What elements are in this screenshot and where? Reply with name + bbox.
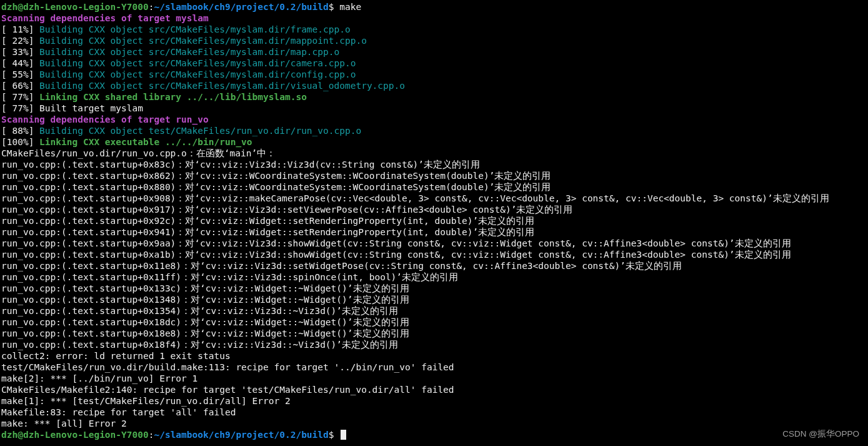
error-line: run_vo.cpp:(.text.startup+0x9aa)：对‘cv::v… [1,238,867,249]
cursor [341,430,346,440]
error-line: run_vo.cpp:(.text.startup+0x917)：对‘cv::v… [1,204,867,215]
error-line: run_vo.cpp:(.text.startup+0x11e8)：对‘cv::… [1,260,867,271]
error-line: run_vo.cpp:(.text.startup+0x83c)：对‘cv::v… [1,159,867,170]
error-line: Makefile:83: recipe for target 'all' fai… [1,407,867,418]
error-line: run_vo.cpp:(.text.startup+0x11ff)：对‘cv::… [1,271,867,283]
prompt-line[interactable]: dzh@dzh-Lenovo-Legion-Y7000:~/slambook/c… [1,429,867,440]
error-line: run_vo.cpp:(.text.startup+0x908)：对‘cv::v… [1,193,867,204]
watermark: CSDN @振华OPPO [782,428,859,440]
error-line: make[2]: *** [../bin/run_vo] Error 1 [1,373,867,384]
error-line: make[1]: *** [test/CMakeFiles/run_vo.dir… [1,395,867,407]
prompt-line: dzh@dzh-Lenovo-Legion-Y7000:~/slambook/c… [1,1,867,13]
error-line: run_vo.cpp:(.text.startup+0x18f4)：对‘cv::… [1,339,867,350]
error-line: make: *** [all] Error 2 [1,418,867,429]
error-line: CMakeFiles/Makefile2:140: recipe for tar… [1,384,867,395]
terminal-output[interactable]: dzh@dzh-Lenovo-Legion-Y7000:~/slambook/c… [1,1,867,440]
error-line: run_vo.cpp:(.text.startup+0x92c)：对‘cv::v… [1,215,867,226]
error-line: run_vo.cpp:(.text.startup+0x18dc)：对‘cv::… [1,317,867,328]
error-line: run_vo.cpp:(.text.startup+0x941)：对‘cv::v… [1,226,867,238]
error-line: test/CMakeFiles/run_vo.dir/build.make:11… [1,362,867,373]
error-line: CMakeFiles/run_vo.dir/run_vo.cpp.o：在函数‘m… [1,148,867,159]
error-line: run_vo.cpp:(.text.startup+0x18e8)：对‘cv::… [1,328,867,339]
error-line: run_vo.cpp:(.text.startup+0x880)：对‘cv::v… [1,181,867,193]
error-line: run_vo.cpp:(.text.startup+0x1354)：对‘cv::… [1,305,867,317]
error-line: run_vo.cpp:(.text.startup+0x862)：对‘cv::v… [1,170,867,181]
error-line: run_vo.cpp:(.text.startup+0x133c)：对‘cv::… [1,283,867,294]
error-line: run_vo.cpp:(.text.startup+0xa1b)：对‘cv::v… [1,249,867,260]
error-line: run_vo.cpp:(.text.startup+0x1348)：对‘cv::… [1,294,867,305]
error-line: collect2: error: ld returned 1 exit stat… [1,350,867,362]
